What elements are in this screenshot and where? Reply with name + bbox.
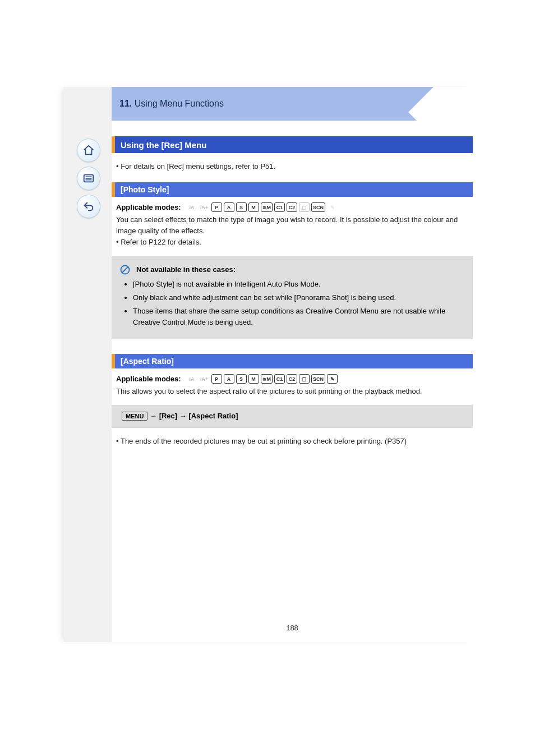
sidebar-nav (77, 139, 100, 218)
mode-chip: M (248, 374, 259, 384)
mode-chip: M (248, 202, 259, 212)
mode-chip: C2 (287, 374, 297, 384)
mode-chip: S (236, 202, 247, 212)
mode-chip: SCN (311, 202, 325, 212)
mode-chip: ✎ (327, 202, 338, 212)
page-banner: 11. Using Menu Functions (112, 87, 473, 121)
mode-chip: P (211, 202, 222, 212)
mode-chip: iA (187, 374, 197, 384)
intro-paragraph: • For details on [Rec] menu settings, re… (112, 161, 473, 172)
photo-style-modes: Applicable modes: iA iA+ P A S M ≊M C1 C… (112, 197, 473, 214)
mode-chip: C2 (287, 202, 297, 212)
mode-chip: iA (187, 202, 197, 212)
aspect-note: • The ends of the recorded pictures may … (112, 436, 473, 447)
aspect-note-text: The ends of the recorded pictures may be… (121, 437, 407, 445)
mode-chip: ≊M (261, 202, 273, 212)
content-area: 11. Using Menu Functions Using the [Rec]… (112, 87, 473, 642)
list-item: Those items that share the same setup co… (133, 306, 463, 328)
mode-chip: ▢ (299, 202, 310, 212)
modes-label: Applicable modes: (116, 203, 181, 211)
mode-icons-row-1: iA iA+ P A S M ≊M C1 C2 ▢ SCN ✎ (187, 202, 338, 212)
aspect-ratio-modes: Applicable modes: iA iA+ P A S M ≊M C1 C… (112, 368, 473, 386)
mode-icons-row-2: iA iA+ P A S M ≊M C1 C2 ▢ SCN ✎ (187, 374, 338, 384)
page-number: 188 (286, 624, 298, 632)
mode-chip: iA+ (199, 374, 210, 384)
home-icon (82, 144, 95, 156)
cross-ref-text: Refer to P122 for details. (121, 238, 201, 246)
back-button[interactable] (77, 195, 100, 218)
aspect-ratio-heading: [Aspect Ratio] (112, 354, 473, 368)
menu-badge: MENU (122, 412, 147, 421)
list-icon (82, 172, 95, 185)
mode-chip: iA+ (199, 202, 210, 212)
intro-text: For details on [Rec] menu settings, refe… (121, 162, 275, 170)
back-icon (82, 200, 95, 213)
photo-style-ref: • Refer to P122 for details. (112, 237, 473, 248)
mode-chip: A (224, 202, 234, 212)
banner-category: 11. (119, 99, 132, 108)
list-item: [Photo Style] is not available in Intell… (133, 279, 463, 290)
sidebar (63, 87, 112, 642)
photo-style-desc: You can select effects to match the type… (112, 214, 473, 237)
banner-text: 11. Using Menu Functions (119, 99, 224, 109)
menu-path-box: MENU → [Rec] → [Aspect Ratio] (112, 405, 473, 427)
modes-label: Applicable modes: (116, 375, 181, 383)
mode-chip: C1 (274, 202, 285, 212)
section-heading: Using the [Rec] Menu (112, 136, 473, 153)
mode-chip: C1 (274, 374, 285, 384)
list-item: Only black and white adjustment can be s… (133, 292, 463, 303)
home-button[interactable] (77, 139, 100, 162)
not-available-list: [Photo Style] is not available in Intell… (133, 279, 463, 329)
mode-chip: S (236, 374, 247, 384)
menu-path: → [Rec] → [Aspect Ratio] (150, 412, 238, 420)
list-button[interactable] (77, 167, 100, 190)
banner-title: Using Menu Functions (135, 99, 224, 108)
document-page: 11. Using Menu Functions Using the [Rec]… (63, 87, 473, 642)
prohibited-icon (119, 264, 131, 275)
mode-chip: ✎ (327, 374, 338, 384)
mode-chip: ≊M (261, 374, 273, 384)
mode-chip: ▢ (299, 374, 310, 384)
svg-line-5 (122, 267, 128, 273)
not-available-title: Not available in these cases: (136, 264, 463, 275)
mode-chip: SCN (311, 374, 325, 384)
aspect-ratio-desc: This allows you to select the aspect rat… (112, 386, 473, 397)
photo-style-heading: [Photo Style] (112, 182, 473, 197)
mode-chip: A (224, 374, 234, 384)
not-available-box: Not available in these cases: [Photo Sty… (112, 256, 473, 340)
mode-chip: P (211, 374, 222, 384)
